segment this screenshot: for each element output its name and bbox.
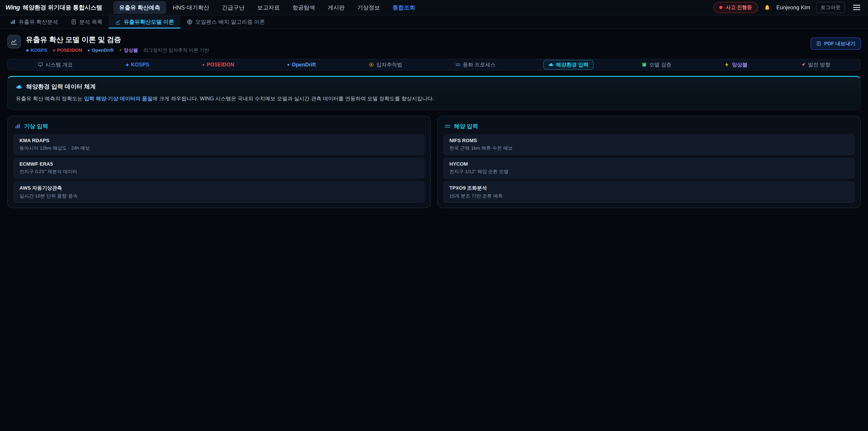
list-item: AWS 자동기상관측 실시간 10분 단위 풍향·풍속 — [13, 182, 425, 203]
list-item: KMA RDAPS 동아시아 12km 해상도 · 24h 예보 — [13, 134, 425, 155]
diamond-icon: ◆ — [26, 48, 29, 53]
highlight-text: 입력 해양·기상 데이터의 품질 — [84, 96, 153, 101]
marine-env-input-section: 해양환경 입력 데이터 체계 유출유 확산 예측의 정확도는 입력 해양·기상 … — [7, 76, 861, 110]
tab-spill-model-theory[interactable]: 유출유확산모델 이론 — [109, 16, 180, 29]
dot-icon: ● — [53, 48, 55, 53]
model-tag-row: ◆KOSPS ●POSEIDON ●OpenDrift ⚡앙상블 라그랑지안 입… — [26, 47, 209, 53]
chart-bars-icon — [10, 19, 16, 25]
nav-item-hns-atmospheric[interactable]: HNS·대기확산 — [167, 1, 215, 14]
nav-item-aerial-search[interactable]: 항공탐색 — [287, 1, 321, 14]
list-item: HYCOM 전지구 1/12° 해양 순환 모델 — [443, 158, 855, 178]
target-icon — [369, 62, 374, 67]
weather-input-card: 기상 입력 KMA RDAPS 동아시아 12km 해상도 · 24h 예보 E… — [7, 116, 431, 208]
check-icon — [642, 62, 647, 67]
nav-item-reports[interactable]: 보고자료 — [251, 1, 286, 14]
section-nav-system-overview[interactable]: 시스템 개요 — [33, 60, 78, 70]
weather-rows: KMA RDAPS 동아시아 12km 해상도 · 24h 예보 ECMWF E… — [13, 134, 425, 203]
dot-icon: ● — [287, 62, 289, 67]
data-source-desc: 실시간 10분 단위 풍향·풍속 — [20, 193, 418, 199]
incident-status-badge[interactable]: 사고 진행중 — [713, 2, 758, 13]
tag-poseidon: ●POSEIDON — [53, 48, 82, 53]
logout-button[interactable]: 로그아웃 — [816, 2, 845, 13]
ocean-card-title: 해양 입력 — [454, 123, 478, 130]
section-description: 유출유 확산 예측의 정확도는 입력 해양·기상 데이터의 품질에 크게 좌우됩… — [16, 95, 852, 102]
data-source-desc: 한국 근해 1km 해류·수온 예보 — [450, 145, 848, 151]
nav-item-oil-spill-prediction[interactable]: 유출유 확산예측 — [113, 1, 166, 14]
globe-icon — [187, 19, 193, 25]
weather-card-title-row: 기상 입력 — [14, 123, 424, 130]
tag-opendrift: ●OpenDrift — [88, 48, 114, 53]
weather-card-title: 기상 입력 — [24, 123, 48, 130]
data-source-name: HYCOM — [450, 161, 848, 167]
nav-item-board[interactable]: 게시판 — [322, 1, 350, 14]
data-source-name: NIFS ROMS — [450, 137, 848, 144]
monitor-icon — [38, 62, 43, 67]
section-nav-model-validation[interactable]: 모델 검증 — [637, 60, 676, 70]
pdf-export-button[interactable]: PDF 내보내기 — [811, 37, 861, 50]
diamond-icon: ◆ — [126, 62, 129, 67]
ocean-card-title-row: 해양 입력 — [444, 123, 854, 130]
ocean-rows: NIFS ROMS 한국 근해 1km 해류·수온 예보 HYCOM 전지구 1… — [443, 134, 855, 203]
section-nav-bar: 시스템 개요 ◆KOSPS ●POSEIDON ●OpenDrift 입자추적법… — [7, 59, 861, 70]
tab-oil-fence-algorithm-theory[interactable]: 오일펜스 배치 알고리즘 이론 — [180, 16, 271, 29]
line-chart-icon — [115, 19, 121, 25]
data-source-desc: 전지구 1/12° 해양 순환 모델 — [450, 168, 848, 175]
topbar-right-cluster: 사고 진행중 Eunjeong Kim 로그아웃 — [713, 2, 863, 13]
app-title: 해양환경 위기대응 통합시스템 — [23, 4, 102, 11]
section-nav-weathering-process[interactable]: 풍화 프로세스 — [450, 60, 500, 70]
app-logo-text: Wing — [5, 4, 20, 11]
section-nav-poseidon[interactable]: ●POSEIDON — [197, 60, 239, 69]
nav-item-emergency-rescue[interactable]: 긴급구난 — [216, 1, 250, 14]
section-title-row: 해양환경 입력 데이터 체계 — [16, 83, 852, 91]
page-header-text: 유출유 확산 모델 이론 및 검증 ◆KOSPS ●POSEIDON ●Open… — [26, 35, 209, 53]
bar-chart-icon — [14, 123, 21, 129]
nav-item-weather-info[interactable]: 기상정보 — [351, 1, 386, 14]
data-source-name: AWS 자동기상관측 — [20, 185, 418, 191]
incident-dot-icon — [719, 6, 722, 9]
ocean-input-card: 해양 입력 NIFS ROMS 한국 근해 1km 해류·수온 예보 HYCOM… — [437, 116, 861, 208]
nav-item-integrated-search[interactable]: 통합조회 — [387, 1, 421, 14]
sub-tab-bar: 유출유 확산분석 분석 목록 유출유확산모델 이론 오일펜스 배치 알고리즘 이… — [0, 16, 868, 29]
lightning-icon: ⚡ — [119, 48, 122, 53]
section-nav-opendrift[interactable]: ●OpenDrift — [282, 60, 321, 69]
wave-icon — [444, 123, 451, 129]
document-icon — [71, 19, 76, 25]
tab-analysis-list[interactable]: 분석 목록 — [64, 16, 109, 29]
tag-ensemble: ⚡앙상블 — [119, 47, 138, 53]
list-item: ECMWF ERA5 전지구 0.25° 재분석 데이터 — [13, 158, 425, 178]
pdf-document-icon — [816, 41, 822, 46]
list-item: NIFS ROMS 한국 근해 1km 해류·수온 예보 — [443, 134, 855, 155]
bell-icon[interactable] — [764, 4, 771, 11]
dot-icon: ● — [88, 48, 90, 53]
incident-label: 사고 진행중 — [725, 4, 752, 11]
page-subtitle: 라그랑지안 입자추적 이론 기반 — [143, 47, 209, 53]
data-source-desc: 동아시아 12km 해상도 · 24h 예보 — [20, 145, 418, 151]
user-name: Eunjeong Kim — [776, 4, 810, 11]
section-nav-particle-tracking[interactable]: 입자추적법 — [364, 60, 407, 70]
rocket-icon — [800, 62, 806, 67]
main-nav: 유출유 확산예측 HNS·대기확산 긴급구난 보고자료 항공탐색 게시판 기상정… — [113, 1, 421, 14]
dot-icon: ● — [202, 62, 205, 67]
section-title: 해양환경 입력 데이터 체계 — [26, 83, 96, 91]
list-item: TPXO9 조화분석 15개 분조 기반 조류 예측 — [443, 182, 855, 203]
tab-spill-analysis[interactable]: 유출유 확산분석 — [4, 16, 64, 29]
data-source-name: ECMWF ERA5 — [20, 161, 418, 167]
page-title: 유출유 확산 모델 이론 및 검증 — [26, 35, 209, 45]
section-nav-ensemble[interactable]: 앙상블 — [719, 60, 752, 70]
data-source-name: KMA RDAPS — [20, 137, 418, 144]
cloud-icon — [16, 83, 23, 90]
waves-icon — [455, 62, 461, 67]
lightning-icon — [724, 62, 730, 67]
section-nav-marine-env-input[interactable]: 해양환경 입력 — [544, 60, 594, 70]
input-data-cards: 기상 입력 KMA RDAPS 동아시아 12km 해상도 · 24h 예보 E… — [7, 116, 861, 208]
data-source-name: TPXO9 조화분석 — [450, 185, 848, 191]
cloud-icon — [548, 62, 554, 67]
page-header: 유출유 확산 모델 이론 및 검증 ◆KOSPS ●POSEIDON ●Open… — [0, 29, 868, 56]
section-nav-future-direction[interactable]: 발전 방향 — [796, 60, 835, 70]
data-source-desc: 전지구 0.25° 재분석 데이터 — [20, 168, 418, 175]
hamburger-menu-icon[interactable] — [851, 2, 863, 12]
section-nav-kosps[interactable]: ◆KOSPS — [121, 60, 154, 69]
tag-kosps: ◆KOSPS — [26, 48, 47, 53]
page-header-chart-icon — [7, 35, 21, 49]
app-logo[interactable]: Wing 해양환경 위기대응 통합시스템 — [5, 4, 102, 11]
